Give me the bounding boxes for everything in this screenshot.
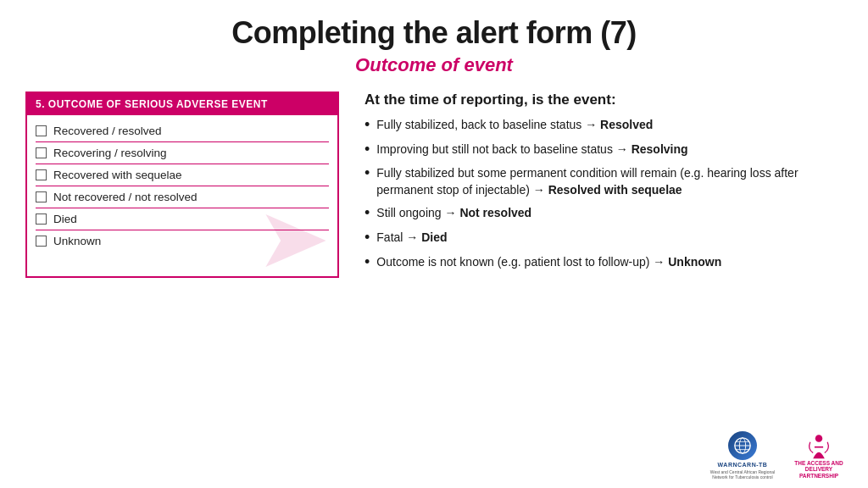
svg-marker-0 [265, 214, 326, 267]
form-item-label: Not recovered / not resolved [53, 191, 198, 203]
form-item-recovered-resolved[interactable]: Recovered / resolved [36, 120, 329, 142]
bullet-text: Fatal → Died [376, 230, 447, 247]
bold-term-unknown: Unknown [668, 255, 721, 269]
checkbox-recovering-resolving[interactable] [36, 147, 47, 158]
globe-icon [733, 436, 752, 455]
access-logo: THE ACCESS AND DELIVERY PARTNERSHIP [785, 431, 853, 480]
content-heading: At the time of reporting, is the event: [364, 92, 843, 108]
form-item-label: Died [53, 213, 77, 225]
checkbox-not-recovered[interactable] [36, 191, 47, 202]
bold-term-resolved: Resolved [600, 118, 653, 131]
bullet-list: • Fully stabilized, back to baseline sta… [364, 117, 843, 271]
bullet-text: Fully stabilized, back to baseline statu… [376, 117, 653, 134]
list-item-sequelae: • Fully stabilized but some permanent co… [364, 165, 843, 198]
text-content: At the time of reporting, is the event: … [364, 92, 843, 278]
checkbox-died[interactable] [36, 214, 47, 225]
content-area: 5. OUTCOME OF SERIOUS ADVERSE EVENT Reco… [0, 92, 868, 278]
bullet-dot: • [364, 141, 370, 159]
access-label: THE ACCESS AND DELIVERY PARTNERSHIP [785, 460, 853, 480]
bullet-text: Outcome is not known (e.g. patient lost … [376, 254, 721, 271]
warncarn-logo: WARNCARN-TB West and Central African Reg… [709, 431, 776, 480]
bullet-dot: • [364, 229, 370, 247]
form-item-recovered-sequelae[interactable]: Recovered with sequelae [36, 164, 329, 186]
bullet-text: Improving but still not back to baseline… [376, 141, 687, 158]
bold-term-resolving: Resolving [632, 142, 688, 156]
list-item-unknown: • Outcome is not known (e.g. patient los… [364, 254, 843, 272]
page-title: Completing the alert form (7) [0, 0, 868, 51]
bullet-text: Fully stabilized but some permanent cond… [376, 165, 843, 198]
form-item-label: Recovered with sequelae [53, 169, 182, 181]
form-item-label: Recovering / resolving [53, 147, 167, 159]
list-item-not-resolved: • Still ongoing → Not resolved [364, 205, 843, 223]
form-card-header: 5. OUTCOME OF SERIOUS ADVERSE EVENT [27, 93, 337, 115]
page-subtitle: Outcome of event [0, 54, 868, 76]
form-card: 5. OUTCOME OF SERIOUS ADVERSE EVENT Reco… [25, 92, 339, 278]
watermark-arrow [258, 207, 334, 274]
bold-term-died: Died [421, 230, 447, 244]
form-item-label: Unknown [53, 235, 101, 247]
bullet-dot: • [364, 164, 370, 183]
bold-term-not-resolved: Not resolved [459, 206, 531, 219]
bullet-dot: • [364, 204, 370, 223]
list-item-resolving: • Improving but still not back to baseli… [364, 141, 843, 159]
bullet-dot: • [364, 116, 370, 135]
footer-logos: WARNCARN-TB West and Central African Reg… [709, 431, 853, 480]
checkbox-recovered-sequelae[interactable] [36, 169, 47, 180]
warncarn-logo-circle [728, 431, 757, 460]
access-logo-icon [804, 431, 833, 460]
bold-term-sequelae: Resolved with sequelae [548, 183, 682, 197]
warncarn-sub: West and Central African Regional Networ… [709, 469, 776, 480]
form-item-label: Recovered / resolved [53, 125, 162, 137]
form-item-not-recovered[interactable]: Not recovered / not resolved [36, 186, 329, 208]
list-item-resolved: • Fully stabilized, back to baseline sta… [364, 117, 843, 135]
form-item-recovering-resolving[interactable]: Recovering / resolving [36, 142, 329, 164]
list-item-died: • Fatal → Died [364, 230, 843, 247]
svg-point-6 [815, 435, 823, 442]
bullet-dot: • [364, 253, 370, 272]
checkbox-unknown[interactable] [36, 236, 47, 247]
checkbox-recovered-resolved[interactable] [36, 125, 47, 136]
warncarn-label: WARNCARN-TB [718, 462, 768, 468]
bullet-text: Still ongoing → Not resolved [376, 205, 531, 222]
